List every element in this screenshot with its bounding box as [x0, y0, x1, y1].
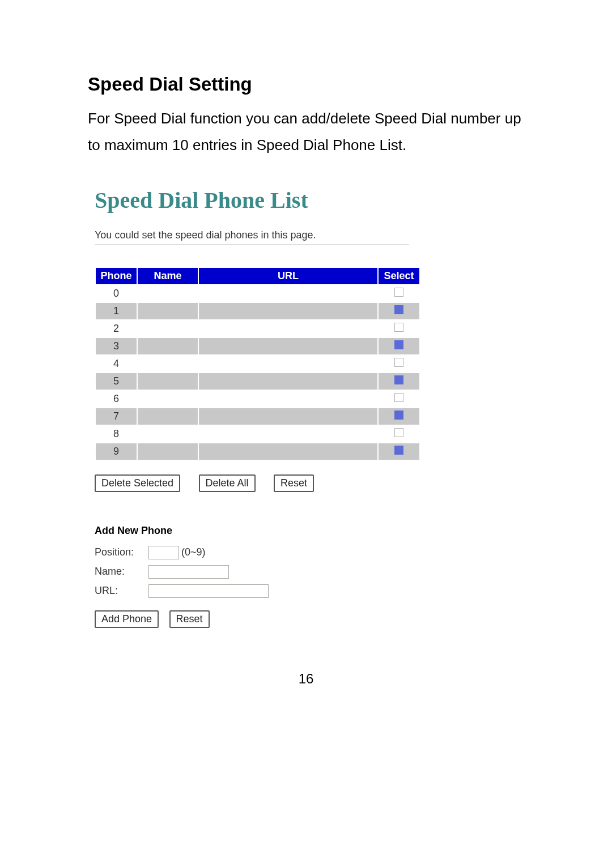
- cell-select: [379, 303, 419, 319]
- table-row: 5: [96, 373, 419, 390]
- url-input[interactable]: [148, 584, 269, 598]
- phone-table: Phone Name URL Select 0123456789: [95, 267, 420, 461]
- add-phone-button[interactable]: Add Phone: [95, 610, 159, 628]
- select-checkbox[interactable]: [394, 393, 403, 402]
- cell-name: [138, 408, 198, 425]
- cell-select: [379, 356, 419, 372]
- cell-name: [138, 426, 198, 442]
- url-label: URL:: [95, 585, 148, 597]
- select-checkbox[interactable]: [394, 375, 403, 384]
- cell-phone: 1: [96, 303, 137, 319]
- table-button-row: Delete Selected Delete All Reset: [95, 474, 524, 492]
- table-row: 3: [96, 338, 419, 354]
- cell-select: [379, 338, 419, 354]
- cell-url: [199, 285, 377, 302]
- add-button-row: Add Phone Reset: [95, 610, 524, 628]
- cell-url: [199, 338, 377, 354]
- select-checkbox[interactable]: [394, 288, 403, 297]
- cell-name: [138, 338, 198, 354]
- cell-phone: 3: [96, 338, 137, 354]
- name-row: Name:: [95, 565, 524, 579]
- cell-url: [199, 391, 377, 407]
- reset-button[interactable]: Reset: [274, 474, 314, 492]
- cell-select: [379, 408, 419, 425]
- speed-dial-list-section: Speed Dial Phone List You could set the …: [95, 187, 524, 628]
- cell-url: [199, 443, 377, 460]
- cell-select: [379, 391, 419, 407]
- add-reset-button[interactable]: Reset: [169, 610, 210, 628]
- cell-name: [138, 320, 198, 337]
- position-hint: (0~9): [181, 546, 206, 558]
- position-input[interactable]: [148, 546, 179, 559]
- table-row: 9: [96, 443, 419, 460]
- cell-select: [379, 443, 419, 460]
- col-header-url: URL: [199, 268, 377, 284]
- cell-url: [199, 373, 377, 390]
- delete-selected-button[interactable]: Delete Selected: [95, 474, 180, 492]
- select-checkbox[interactable]: [394, 305, 403, 314]
- table-row: 2: [96, 320, 419, 337]
- page-number: 16: [0, 671, 612, 687]
- cell-phone: 8: [96, 426, 137, 442]
- cell-select: [379, 285, 419, 302]
- table-row: 6: [96, 391, 419, 407]
- cell-url: [199, 356, 377, 372]
- list-subtitle: You could set the speed dial phones in t…: [95, 229, 524, 241]
- list-title: Speed Dial Phone List: [95, 187, 524, 213]
- col-header-select: Select: [379, 268, 419, 284]
- add-phone-title: Add New Phone: [95, 525, 524, 537]
- cell-url: [199, 303, 377, 319]
- select-checkbox[interactable]: [394, 446, 403, 455]
- select-checkbox[interactable]: [394, 323, 403, 332]
- cell-name: [138, 443, 198, 460]
- cell-url: [199, 408, 377, 425]
- select-checkbox[interactable]: [394, 428, 403, 437]
- divider: [95, 245, 409, 245]
- doc-title: Speed Dial Setting: [88, 74, 524, 95]
- url-row: URL:: [95, 584, 524, 598]
- select-checkbox[interactable]: [394, 411, 403, 420]
- cell-phone: 0: [96, 285, 137, 302]
- doc-description: For Speed Dial function you can add/dele…: [88, 105, 524, 159]
- col-header-phone: Phone: [96, 268, 137, 284]
- cell-name: [138, 373, 198, 390]
- table-row: 8: [96, 426, 419, 442]
- select-checkbox[interactable]: [394, 340, 403, 349]
- select-checkbox[interactable]: [394, 358, 403, 367]
- cell-url: [199, 426, 377, 442]
- cell-name: [138, 356, 198, 372]
- cell-url: [199, 320, 377, 337]
- name-input[interactable]: [148, 565, 229, 579]
- col-header-name: Name: [138, 268, 198, 284]
- cell-name: [138, 391, 198, 407]
- table-row: 7: [96, 408, 419, 425]
- cell-phone: 5: [96, 373, 137, 390]
- cell-phone: 4: [96, 356, 137, 372]
- position-row: Position: (0~9): [95, 546, 524, 559]
- cell-phone: 2: [96, 320, 137, 337]
- name-label: Name:: [95, 566, 148, 578]
- cell-select: [379, 320, 419, 337]
- cell-phone: 9: [96, 443, 137, 460]
- cell-phone: 6: [96, 391, 137, 407]
- table-row: 1: [96, 303, 419, 319]
- position-label: Position:: [95, 546, 148, 558]
- cell-phone: 7: [96, 408, 137, 425]
- table-row: 4: [96, 356, 419, 372]
- cell-select: [379, 426, 419, 442]
- delete-all-button[interactable]: Delete All: [199, 474, 256, 492]
- cell-name: [138, 285, 198, 302]
- table-row: 0: [96, 285, 419, 302]
- cell-name: [138, 303, 198, 319]
- cell-select: [379, 373, 419, 390]
- add-phone-section: Add New Phone Position: (0~9) Name: URL:…: [95, 525, 524, 628]
